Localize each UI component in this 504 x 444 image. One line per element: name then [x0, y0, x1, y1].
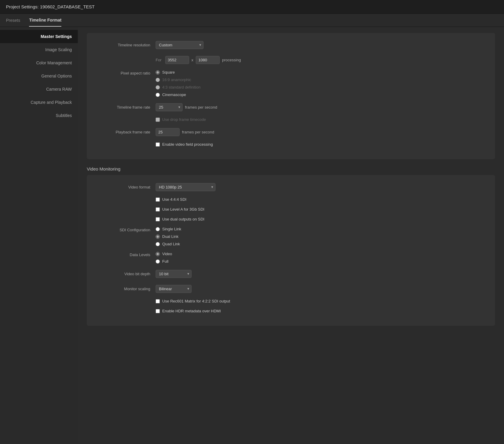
- radio-video-input[interactable]: [156, 252, 160, 256]
- pixel-aspect-ratio-label: Pixel aspect ratio: [96, 70, 156, 75]
- video-format-select-wrapper[interactable]: HD 1080p 25 HD 1080p 24 HD 1080p 23.976 …: [156, 183, 215, 191]
- playback-frame-rate-controls: frames per second: [156, 128, 214, 136]
- use-level-a-checkbox-item[interactable]: Use Level A for 3Gb SDI: [156, 207, 204, 212]
- radio-square-input[interactable]: [156, 70, 160, 74]
- sdi-config-row: SDI Configuration Single Link Dual Link: [96, 227, 486, 246]
- sdi-config-label: SDI Configuration: [96, 227, 156, 232]
- radio-quad-link-input[interactable]: [156, 242, 160, 246]
- use-444-label: Use 4:4:4 SDI: [162, 197, 186, 202]
- monitor-scaling-controls: Bilinear Sharper Smoother: [156, 285, 192, 293]
- title-bar: Project Settings: 190602_DATABASE_TEST: [0, 0, 504, 14]
- radio-video[interactable]: Video: [156, 252, 172, 256]
- timeline-resolution-row: Timeline resolution Custom HD 1080p 4K U…: [96, 40, 486, 50]
- radio-full[interactable]: Full: [156, 259, 172, 264]
- main-layout: Master Settings Image Scaling Color Mana…: [0, 27, 504, 443]
- data-levels-group: Video Full: [156, 252, 172, 264]
- playback-frame-rate-row: Playback frame rate frames per second: [96, 127, 486, 137]
- enable-hdr-row: Enable HDR metadata over HDMI: [96, 309, 486, 313]
- radio-quad-link[interactable]: Quad Link: [156, 242, 181, 246]
- use-rec601-checkbox[interactable]: [156, 299, 160, 303]
- radio-dual-link-label: Dual Link: [162, 234, 178, 239]
- radio-anamorphic[interactable]: 16:9 anamorphic: [156, 77, 201, 82]
- radio-standard-def[interactable]: 4:3 standard definition: [156, 85, 201, 89]
- radio-full-label: Full: [162, 259, 168, 264]
- monitor-scaling-label: Monitor scaling: [96, 287, 156, 291]
- resolution-dimensions-row: For x processing: [96, 55, 486, 65]
- use-dual-outputs-checkbox[interactable]: [156, 217, 160, 221]
- for-label: For: [156, 58, 162, 62]
- use-rec601-checkbox-item[interactable]: Use Rec601 Matrix for 4:2:2 SDI output: [156, 299, 230, 303]
- enable-hdr-label: Enable HDR metadata over HDMI: [162, 309, 221, 313]
- playback-frame-rate-unit: frames per second: [182, 130, 214, 134]
- timeline-format-panel: Timeline resolution Custom HD 1080p 4K U…: [87, 33, 495, 159]
- radio-dual-link[interactable]: Dual Link: [156, 234, 181, 239]
- radio-full-input[interactable]: [156, 259, 160, 264]
- video-field-checkbox[interactable]: [156, 142, 160, 147]
- radio-single-link[interactable]: Single Link: [156, 227, 181, 231]
- title-text: Project Settings: 190602_DATABASE_TEST: [6, 4, 95, 9]
- sidebar-item-color-management[interactable]: Color Management: [0, 56, 78, 69]
- enable-hdr-checkbox-item[interactable]: Enable HDR metadata over HDMI: [156, 309, 221, 313]
- monitor-scaling-select-wrapper[interactable]: Bilinear Sharper Smoother: [156, 285, 192, 293]
- data-levels-label: Data Levels: [96, 252, 156, 257]
- monitor-scaling-row: Monitor scaling Bilinear Sharper Smoothe…: [96, 284, 486, 294]
- drop-frame-checkbox-item[interactable]: Use drop frame timecode: [156, 117, 206, 122]
- monitor-scaling-select[interactable]: Bilinear Sharper Smoother: [156, 285, 192, 293]
- use-444-checkbox-item[interactable]: Use 4:4:4 SDI: [156, 197, 186, 202]
- drop-frame-row: Use drop frame timecode: [96, 117, 486, 122]
- video-bit-depth-row: Video bit depth 8 bit 10 bit 12 bit: [96, 269, 486, 279]
- height-input[interactable]: [196, 56, 220, 64]
- sidebar-item-image-scaling[interactable]: Image Scaling: [0, 43, 78, 56]
- radio-square-label: Square: [162, 70, 175, 74]
- video-bit-depth-select[interactable]: 8 bit 10 bit 12 bit: [156, 270, 192, 278]
- use-dual-outputs-row: Use dual outputs on SDI: [96, 217, 486, 221]
- timeline-frame-rate-unit: frames per second: [185, 105, 217, 110]
- radio-standard-def-input[interactable]: [156, 85, 160, 89]
- video-monitoring-heading: Video Monitoring: [87, 166, 495, 171]
- sidebar-item-capture-and-playback[interactable]: Capture and Playback: [0, 96, 78, 109]
- timeline-frame-rate-label: Timeline frame rate: [96, 105, 156, 110]
- radio-cinemascope[interactable]: Cinemascope: [156, 92, 201, 97]
- timeline-frame-rate-controls: 23.976 24 25 29.97 30 50 59.94 60 frames…: [156, 103, 217, 111]
- enable-hdr-checkbox[interactable]: [156, 309, 160, 313]
- use-level-a-checkbox[interactable]: [156, 207, 160, 212]
- use-dual-outputs-checkbox-item[interactable]: Use dual outputs on SDI: [156, 217, 204, 221]
- video-format-select[interactable]: HD 1080p 25 HD 1080p 24 HD 1080p 23.976 …: [156, 183, 215, 191]
- radio-cinemascope-label: Cinemascope: [162, 92, 186, 97]
- radio-anamorphic-input[interactable]: [156, 78, 160, 82]
- video-format-row: Video format HD 1080p 25 HD 1080p 24 HD …: [96, 182, 486, 192]
- tab-timeline-format[interactable]: Timeline Format: [29, 14, 61, 27]
- use-444-row: Use 4:4:4 SDI: [96, 197, 486, 202]
- radio-dual-link-input[interactable]: [156, 235, 160, 239]
- use-444-checkbox[interactable]: [156, 197, 160, 202]
- video-field-label: Enable video field processing: [162, 142, 213, 147]
- video-field-checkbox-item[interactable]: Enable video field processing: [156, 142, 213, 147]
- sidebar-item-general-options[interactable]: General Options: [0, 69, 78, 83]
- sidebar-item-camera-raw[interactable]: Camera RAW: [0, 83, 78, 96]
- playback-frame-rate-input[interactable]: [156, 128, 180, 136]
- sdi-config-controls: Single Link Dual Link Quad Link: [156, 227, 181, 246]
- video-bit-depth-label: Video bit depth: [96, 272, 156, 276]
- video-bit-depth-select-wrapper[interactable]: 8 bit 10 bit 12 bit: [156, 270, 192, 278]
- timeline-frame-rate-select-wrapper[interactable]: 23.976 24 25 29.97 30 50 59.94 60: [156, 103, 183, 111]
- video-format-label: Video format: [96, 185, 156, 189]
- timeline-resolution-label: Timeline resolution: [96, 43, 156, 47]
- tab-presets[interactable]: Presets: [6, 14, 20, 26]
- sidebar-item-subtitles[interactable]: Subtitles: [0, 109, 78, 122]
- drop-frame-checkbox[interactable]: [156, 118, 160, 122]
- timeline-frame-rate-select[interactable]: 23.976 24 25 29.97 30 50 59.94 60: [156, 103, 183, 111]
- use-rec601-row: Use Rec601 Matrix for 4:2:2 SDI output: [96, 299, 486, 303]
- timeline-resolution-select-wrapper[interactable]: Custom HD 1080p 4K UHD 8K: [156, 41, 204, 49]
- radio-anamorphic-label: 16:9 anamorphic: [162, 77, 191, 82]
- use-level-a-label: Use Level A for 3Gb SDI: [162, 207, 204, 212]
- sidebar-item-master-settings[interactable]: Master Settings: [0, 30, 78, 43]
- timeline-resolution-select[interactable]: Custom HD 1080p 4K UHD 8K: [156, 41, 204, 49]
- content-area: Timeline resolution Custom HD 1080p 4K U…: [78, 27, 504, 443]
- radio-single-link-input[interactable]: [156, 227, 160, 231]
- radio-standard-def-label: 4:3 standard definition: [162, 85, 201, 89]
- sdi-config-group: Single Link Dual Link Quad Link: [156, 227, 181, 246]
- radio-square[interactable]: Square: [156, 70, 201, 74]
- x-label: x: [192, 58, 194, 62]
- width-input[interactable]: [165, 56, 189, 64]
- radio-cinemascope-input[interactable]: [156, 93, 160, 97]
